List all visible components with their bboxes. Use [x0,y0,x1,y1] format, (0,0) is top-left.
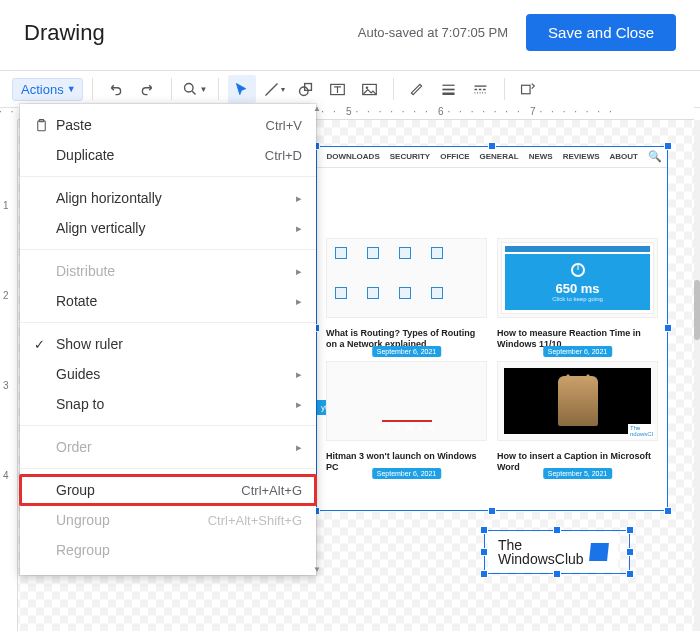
chevron-right-icon: ▸ [296,398,302,411]
ruler-tick: 7· · · · · · · [530,106,615,117]
toolbar-separator [171,78,172,100]
border-weight-button[interactable] [435,75,463,103]
resize-handle[interactable] [488,142,496,150]
menu-snap-to[interactable]: Snap to ▸ [20,389,316,419]
svg-rect-6 [522,85,531,94]
resize-handle[interactable] [626,548,634,556]
toolbar-separator [218,78,219,100]
selection-outline [484,530,630,574]
menu-distribute: Distribute ▸ [20,256,316,286]
menu-label: Paste [56,117,92,133]
menu-label: Ungroup [56,512,110,528]
menu-duplicate[interactable]: Duplicate Ctrl+D [20,140,316,170]
menu-label: Order [56,439,92,455]
resize-handle[interactable] [664,507,672,515]
resize-handle[interactable] [488,507,496,515]
chevron-down-icon: ▼ [67,84,76,94]
check-icon [34,337,56,352]
menu-shortcut: Ctrl+Alt+G [241,483,302,498]
select-tool-button[interactable] [228,75,256,103]
menu-group[interactable]: Group Ctrl+Alt+G [20,475,316,505]
menu-label: Align horizontally [56,190,162,206]
chevron-right-icon: ▸ [296,368,302,381]
chevron-right-icon: ▸ [296,265,302,278]
menu-label: Show ruler [56,336,123,352]
menu-shortcut: Ctrl+V [266,118,302,133]
selection-outline [316,146,668,511]
actions-dropdown-menu: ▲ ▼ Paste Ctrl+V Duplicate Ctrl+D Align … [20,104,316,575]
menu-regroup: Regroup [20,535,316,565]
menu-separator [20,425,316,426]
menu-align-horizontally[interactable]: Align horizontally ▸ [20,183,316,213]
resize-handle[interactable] [664,324,672,332]
undo-button[interactable] [102,75,130,103]
menu-label: Guides [56,366,100,382]
menu-shortcut: Ctrl+Alt+Shift+G [208,513,302,528]
resize-handle[interactable] [626,526,634,534]
resize-handle[interactable] [480,570,488,578]
ruler-tick: 6· · · · · · · [438,106,523,117]
actions-menu-button[interactable]: Actions ▼ [12,78,83,101]
autosave-status: Auto-saved at 7:07:05 PM [358,25,508,40]
resize-handle[interactable] [553,526,561,534]
border-color-button[interactable] [403,75,431,103]
resize-handle[interactable] [480,526,488,534]
toolbar-separator [393,78,394,100]
menu-label: Distribute [56,263,115,279]
menu-shortcut: Ctrl+D [265,148,302,163]
menu-label: Regroup [56,542,110,558]
vertical-scrollbar[interactable] [694,120,700,631]
dialog-title: Drawing [24,20,105,46]
resize-handle[interactable] [480,548,488,556]
menu-order: Order ▸ [20,432,316,462]
menu-show-ruler[interactable]: Show ruler [20,329,316,359]
resize-handle[interactable] [553,570,561,578]
resize-handle[interactable] [626,570,634,578]
menu-label: Duplicate [56,147,114,163]
menu-separator [20,249,316,250]
menu-label: Align vertically [56,220,145,236]
svg-point-0 [184,83,193,92]
menu-paste[interactable]: Paste Ctrl+V [20,110,316,140]
scroll-down-icon[interactable]: ▼ [313,565,319,575]
menu-guides[interactable]: Guides ▸ [20,359,316,389]
textbox-tool-button[interactable] [324,75,352,103]
toolbar: Actions ▼ ▼ ▾ [0,70,700,108]
svg-point-1 [300,86,309,95]
insert-image-button[interactable] [356,75,384,103]
menu-separator [20,468,316,469]
menu-align-vertically[interactable]: Align vertically ▸ [20,213,316,243]
menu-label: Group [56,482,95,498]
shape-tool-button[interactable] [292,75,320,103]
chevron-right-icon: ▸ [296,295,302,308]
toolbar-separator [92,78,93,100]
menu-separator [20,176,316,177]
chevron-right-icon: ▸ [296,441,302,454]
format-options-button[interactable] [514,75,542,103]
redo-button[interactable] [134,75,162,103]
menu-ungroup: Ungroup Ctrl+Alt+Shift+G [20,505,316,535]
ruler-vertical: 1 2 3 4 [0,120,18,631]
resize-handle[interactable] [664,142,672,150]
menu-label: Rotate [56,293,97,309]
zoom-button[interactable]: ▼ [181,75,209,103]
clipboard-icon [34,118,56,133]
toolbar-separator [504,78,505,100]
line-tool-button[interactable]: ▾ [260,75,288,103]
svg-rect-7 [38,121,46,131]
chevron-down-icon: ▼ [200,85,208,94]
menu-label: Snap to [56,396,104,412]
svg-point-5 [366,86,369,89]
save-and-close-button[interactable]: Save and Close [526,14,676,51]
scrollbar-thumb[interactable] [694,280,700,340]
chevron-down-icon: ▾ [281,85,285,94]
menu-separator [20,322,316,323]
actions-menu-label: Actions [21,82,64,97]
ruler-tick: 5· · · · · · · [346,106,431,117]
chevron-right-icon: ▸ [296,192,302,205]
chevron-right-icon: ▸ [296,222,302,235]
border-dash-button[interactable] [467,75,495,103]
menu-rotate[interactable]: Rotate ▸ [20,286,316,316]
